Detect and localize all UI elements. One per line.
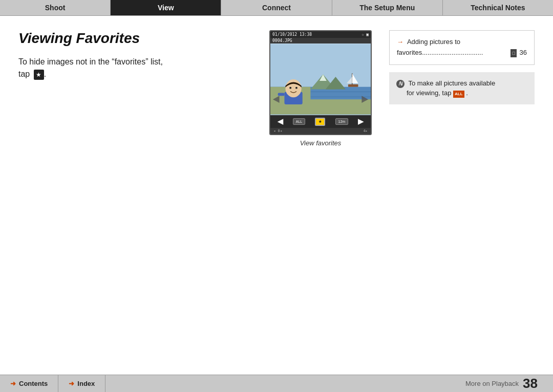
- top-navigation: Shoot View Connect The Setup Menu Techni…: [0, 0, 553, 16]
- note-box: ℕ To make all pictures available for vie…: [389, 72, 535, 104]
- svg-rect-17: [278, 93, 285, 96]
- svg-point-15: [289, 87, 291, 89]
- tab-technical-notes[interactable]: Technical Notes: [443, 0, 553, 15]
- note-icon: ℕ: [396, 80, 405, 88]
- note-text-3: .: [466, 89, 468, 97]
- indicator-left: ◂ 0◂: [273, 129, 282, 133]
- left-column: Viewing Favorites To hide images not in …: [18, 30, 264, 147]
- favorites-button[interactable]: ★: [315, 118, 325, 126]
- reference-box: → Adding pictures to favorites..........…: [389, 30, 535, 65]
- svg-point-16: [295, 87, 297, 89]
- right-column: → Adding pictures to favorites..........…: [377, 30, 535, 147]
- screen-date: 01/10/2012 13:38: [272, 32, 312, 37]
- contents-link[interactable]: ➜ Contents: [0, 375, 58, 393]
- scene-illustration: [270, 43, 371, 115]
- camera-screen: 01/10/2012 13:38 ☆ ▣ 0004.JPG: [269, 30, 372, 135]
- note-text-1: To make all pictures available: [408, 79, 495, 87]
- ref-text: Adding pictures to: [407, 38, 460, 46]
- ref-page-number: □ 36: [511, 48, 527, 58]
- intro-paragraph: To hide images not in the “favorites” li…: [18, 56, 254, 80]
- ref-dots: favorites...............................…: [397, 49, 483, 56]
- svg-rect-9: [348, 84, 358, 87]
- tab-connect[interactable]: Connect: [221, 0, 332, 15]
- contents-arrow-icon: ➜: [10, 380, 16, 387]
- tab-shoot[interactable]: Shoot: [0, 0, 111, 15]
- screen-footer-bar: ◂ 0◂ 4▸: [270, 128, 371, 134]
- note-text-2: for viewing, tap: [407, 89, 451, 97]
- tab-view[interactable]: View: [111, 0, 221, 15]
- book-icon: □: [511, 49, 516, 57]
- left-arrow-icon[interactable]: ◀: [278, 117, 283, 126]
- favorites-tap-icon: ★: [34, 70, 44, 80]
- screen-header-icons: ☆ ▣: [361, 32, 369, 37]
- middle-column: 01/10/2012 13:38 ☆ ▣ 0004.JPG: [264, 30, 377, 147]
- intro-text-tap: tap: [18, 70, 30, 78]
- svg-point-14: [285, 79, 301, 97]
- right-arrow-icon[interactable]: ▶: [358, 117, 364, 126]
- screen-filename-bar: 0004.JPG: [270, 38, 371, 43]
- page-number: 38: [523, 376, 538, 391]
- 12m-button[interactable]: 12m: [335, 118, 349, 125]
- image-caption: View favorites: [300, 139, 342, 147]
- bottom-links: ➜ Contents ➜ Index: [0, 375, 105, 393]
- image-icon: ▣: [366, 32, 369, 37]
- bottom-right: More on Playback 38: [465, 376, 553, 391]
- ref-page-num: 36: [520, 49, 527, 56]
- bottom-bar: ➜ Contents ➜ Index More on Playback 38: [0, 375, 553, 392]
- index-label: Index: [77, 380, 95, 387]
- indicator-right: 4▸: [364, 129, 368, 133]
- scene-svg: [270, 43, 371, 115]
- screen-bottom-bar: ◀ ALL ★ 12m ▶: [270, 115, 371, 128]
- page-title: Viewing Favorites: [18, 30, 254, 47]
- ref-arrow-icon: →: [397, 37, 403, 48]
- main-content: Viewing Favorites To hide images not in …: [0, 16, 553, 147]
- index-arrow-icon: ➜: [69, 380, 74, 387]
- intro-text-line1: To hide images not in the “favorites” li…: [18, 57, 163, 66]
- star-icon: ☆: [361, 32, 364, 37]
- screen-header: 01/10/2012 13:38 ☆ ▣: [270, 31, 371, 38]
- all-button[interactable]: ALL: [293, 118, 305, 125]
- contents-label: Contents: [19, 380, 48, 387]
- more-on-playback-text: More on Playback: [465, 380, 519, 387]
- screen-filename: 0004.JPG: [272, 38, 292, 43]
- index-link[interactable]: ➜ Index: [58, 375, 105, 393]
- all-badge: ALL: [453, 91, 464, 98]
- tab-setup-menu[interactable]: The Setup Menu: [332, 0, 443, 15]
